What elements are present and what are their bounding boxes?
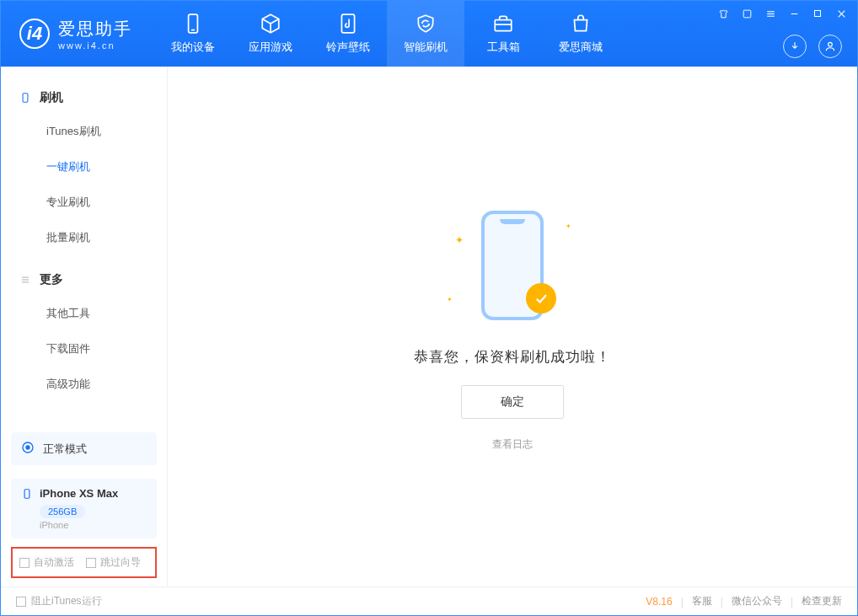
main-panel: ✦ ✦ ✦ 恭喜您，保资料刷机成功啦！ 确定 查看日志: [168, 67, 857, 587]
svg-rect-2: [341, 14, 354, 33]
checkbox-box-icon: [16, 597, 26, 607]
tab-ringtones-wallpapers[interactable]: 铃声壁纸: [309, 1, 387, 67]
tab-label: 智能刷机: [404, 40, 448, 55]
success-illustration: ✦ ✦ ✦: [437, 202, 588, 329]
tab-store[interactable]: 爱思商城: [542, 1, 619, 67]
device-capacity: 256GB: [40, 505, 85, 518]
minimize-button[interactable]: [786, 6, 802, 21]
toolbox-icon: [492, 13, 514, 35]
download-button[interactable]: [783, 35, 807, 58]
menu-icon[interactable]: [763, 6, 778, 21]
sidebar-group-flash: 刷机 iTunes刷机 一键刷机 专业刷机 批量刷机: [1, 82, 167, 255]
sparkle-icon: ✦: [566, 222, 571, 230]
checkbox-box-icon: [19, 558, 29, 568]
device-type: iPhone: [40, 520, 147, 530]
tab-apps-games[interactable]: 应用游戏: [232, 1, 309, 67]
status-bar: 阻止iTunes运行 V8.16 | 客服 | 微信公众号 | 检查更新: [1, 587, 857, 615]
window-controls: [716, 6, 849, 21]
phone-small-icon: [21, 488, 33, 500]
svg-rect-13: [23, 94, 28, 103]
app-window: i4 爱思助手 www.i4.cn 我的设备 应用游戏 铃声壁纸 智能刷机: [0, 0, 858, 616]
device-icon: [19, 92, 31, 104]
brand-url: www.i4.cn: [58, 40, 132, 51]
title-bar: i4 爱思助手 www.i4.cn 我的设备 应用游戏 铃声壁纸 智能刷机: [1, 1, 857, 67]
sidebar-group-more: 更多 其他工具 下载固件 高级功能: [1, 264, 167, 402]
sidebar-head-label: 更多: [40, 272, 63, 287]
bottom-checkbox-row: 自动激活 跳过向导: [11, 547, 157, 578]
separator: |: [791, 596, 793, 608]
refresh-shield-icon: [415, 13, 437, 35]
svg-rect-10: [815, 11, 821, 17]
sparkle-icon: ✦: [447, 296, 453, 303]
cube-icon: [260, 13, 282, 35]
checkbox-label: 自动激活: [34, 555, 74, 570]
logo-icon: i4: [19, 19, 50, 49]
sidebar-head-label: 刷机: [40, 90, 63, 105]
shirt-icon[interactable]: [716, 6, 731, 21]
sidebar: 刷机 iTunes刷机 一键刷机 专业刷机 批量刷机 更多 其他工具 下载固件 …: [1, 67, 168, 587]
sidebar-head-more[interactable]: 更多: [1, 264, 167, 296]
sidebar-scroll: 刷机 iTunes刷机 一键刷机 专业刷机 批量刷机 更多 其他工具 下载固件 …: [1, 67, 167, 426]
nav-tabs: 我的设备 应用游戏 铃声壁纸 智能刷机 工具箱 爱思商城: [154, 1, 619, 67]
checkbox-block-itunes[interactable]: 阻止iTunes运行: [16, 594, 102, 608]
tab-label: 我的设备: [171, 40, 215, 55]
link-update[interactable]: 检查更新: [802, 594, 842, 608]
tab-smart-flash[interactable]: 智能刷机: [387, 1, 464, 67]
sidebar-item-download-firmware[interactable]: 下载固件: [1, 331, 167, 367]
device-card[interactable]: iPhone XS Max 256GB iPhone: [11, 479, 157, 538]
download-icon: [789, 40, 801, 52]
device-name: iPhone XS Max: [40, 487, 118, 500]
link-wechat[interactable]: 微信公众号: [732, 594, 782, 608]
ok-button[interactable]: 确定: [461, 385, 564, 419]
separator: |: [681, 596, 684, 608]
svg-rect-19: [24, 489, 29, 498]
list-icon: [19, 274, 31, 286]
sparkle-icon: ✦: [455, 234, 464, 246]
feedback-icon[interactable]: [739, 6, 754, 21]
sidebar-item-itunes-flash[interactable]: iTunes刷机: [1, 114, 167, 149]
checkbox-label: 跳过向导: [100, 555, 141, 570]
user-icon: [824, 40, 836, 52]
maximize-button[interactable]: [810, 6, 825, 21]
sidebar-head-flash[interactable]: 刷机: [1, 82, 167, 114]
mode-label: 正常模式: [43, 442, 87, 457]
header-right-buttons: [783, 35, 842, 58]
phone-icon: [182, 13, 204, 35]
brand-name: 爱思助手: [58, 18, 132, 40]
footer-right: V8.16 | 客服 | 微信公众号 | 检查更新: [646, 594, 842, 608]
checkbox-auto-activate[interactable]: 自动激活: [19, 555, 74, 570]
success-message: 恭喜您，保资料刷机成功啦！: [414, 347, 611, 367]
svg-rect-5: [743, 10, 751, 18]
sidebar-item-batch-flash[interactable]: 批量刷机: [1, 220, 167, 255]
logo-text: 爱思助手 www.i4.cn: [58, 18, 132, 51]
svg-point-4: [829, 42, 833, 46]
close-button[interactable]: [834, 6, 849, 21]
tab-label: 应用游戏: [249, 40, 292, 55]
version-label: V8.16: [646, 596, 672, 608]
logo-letter: i4: [27, 23, 42, 45]
device-name-row: iPhone XS Max: [21, 487, 147, 500]
check-icon: [534, 291, 549, 306]
tab-label: 爱思商城: [559, 40, 603, 55]
checkbox-skip-guide[interactable]: 跳过向导: [86, 555, 141, 570]
sidebar-item-pro-flash[interactable]: 专业刷机: [1, 185, 167, 220]
view-log-link[interactable]: 查看日志: [492, 437, 533, 452]
tab-label: 工具箱: [487, 40, 520, 55]
checkbox-label: 阻止iTunes运行: [31, 594, 102, 608]
tab-label: 铃声壁纸: [326, 40, 370, 55]
tab-my-device[interactable]: 我的设备: [154, 1, 232, 67]
bag-icon: [570, 13, 592, 35]
checkbox-box-icon: [86, 558, 96, 568]
svg-rect-3: [495, 20, 512, 31]
sidebar-item-advanced[interactable]: 高级功能: [1, 367, 167, 402]
music-file-icon: [337, 13, 359, 35]
user-button[interactable]: [818, 35, 842, 58]
svg-point-18: [26, 446, 29, 449]
sidebar-item-other-tools[interactable]: 其他工具: [1, 296, 167, 331]
separator: |: [721, 596, 723, 608]
link-service[interactable]: 客服: [692, 594, 712, 608]
mode-icon: [21, 441, 35, 457]
sidebar-item-oneclick-flash[interactable]: 一键刷机: [1, 149, 167, 185]
mode-card[interactable]: 正常模式: [11, 432, 157, 465]
tab-toolbox[interactable]: 工具箱: [464, 1, 542, 67]
